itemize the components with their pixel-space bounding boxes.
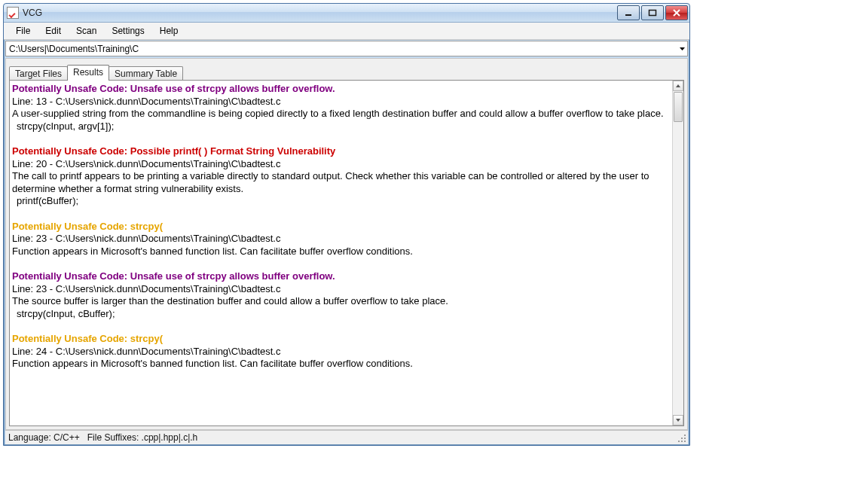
path-text: C:\Users|\Documents\Training\C bbox=[9, 44, 139, 54]
result-description: The source buffer is larger than the des… bbox=[12, 295, 671, 308]
status-language: Language: C/C++ bbox=[8, 432, 80, 443]
chevron-down-icon[interactable] bbox=[679, 45, 686, 52]
scroll-down-icon[interactable] bbox=[673, 415, 683, 425]
result-entry: Potentially Unsafe Code: Unsafe use of s… bbox=[12, 83, 671, 133]
tab-summary-table[interactable]: Summary Table bbox=[108, 66, 183, 81]
titlebar[interactable]: VCG bbox=[4, 4, 689, 23]
menu-settings[interactable]: Settings bbox=[104, 23, 151, 38]
tabstrip: Target Files Results Summary Table bbox=[9, 65, 182, 81]
results-list[interactable]: Potentially Unsafe Code: Unsafe use of s… bbox=[10, 81, 673, 425]
result-code: printf(cBuffer); bbox=[12, 195, 671, 208]
menu-file[interactable]: File bbox=[8, 23, 38, 38]
menubar: File Edit Scan Settings Help bbox=[4, 23, 689, 40]
result-code: strcpy(cInput, argv[1]); bbox=[12, 120, 671, 133]
app-icon bbox=[7, 7, 19, 19]
title-left: VCG bbox=[7, 7, 42, 19]
result-location: Line: 13 - C:\Users\nick.dunn\Documents\… bbox=[12, 96, 671, 108]
result-heading: Potentially Unsafe Code: strcpy( bbox=[12, 221, 671, 233]
result-description: Function appears in Microsoft's banned f… bbox=[12, 358, 671, 371]
result-description: The call to printf appears to be printin… bbox=[12, 170, 671, 195]
vertical-scrollbar[interactable] bbox=[672, 81, 683, 425]
minimize-button[interactable] bbox=[617, 5, 640, 20]
result-location: Line: 20 - C:\Users\nick.dunn\Documents\… bbox=[12, 158, 671, 171]
result-location: Line: 23 - C:\Users\nick.dunn\Documents\… bbox=[12, 233, 671, 246]
result-entry: Potentially Unsafe Code: strcpy( Line: 2… bbox=[12, 333, 671, 371]
resize-grip-icon[interactable] bbox=[677, 434, 686, 443]
svg-rect-0 bbox=[625, 14, 631, 16]
tab-target-files[interactable]: Target Files bbox=[9, 66, 68, 81]
result-description: A user-supplied string from the commandl… bbox=[12, 108, 671, 120]
result-location: Line: 24 - C:\Users\nick.dunn\Documents\… bbox=[12, 346, 671, 358]
scroll-up-icon[interactable] bbox=[673, 81, 683, 91]
result-location: Line: 23 - C:\Users\nick.dunn\Documents\… bbox=[12, 283, 671, 296]
result-entry: Potentially Unsafe Code: strcpy( Line: 2… bbox=[12, 221, 671, 258]
result-entry: Potentially Unsafe Code: Unsafe use of s… bbox=[12, 270, 671, 320]
close-button[interactable] bbox=[665, 5, 688, 20]
results-panel: Potentially Unsafe Code: Unsafe use of s… bbox=[9, 80, 684, 426]
result-code: strcpy(cInput, cBuffer); bbox=[12, 308, 671, 321]
result-description: Function appears in Microsoft's banned f… bbox=[12, 246, 671, 258]
maximize-button[interactable] bbox=[641, 5, 664, 20]
menu-help[interactable]: Help bbox=[152, 23, 186, 38]
svg-rect-1 bbox=[649, 11, 656, 16]
result-heading: Potentially Unsafe Code: strcpy( bbox=[12, 333, 671, 346]
menu-edit[interactable]: Edit bbox=[38, 23, 69, 38]
menu-scan[interactable]: Scan bbox=[69, 23, 104, 38]
result-entry: Potentially Unsafe Code: Possible printf… bbox=[12, 145, 671, 208]
tab-results[interactable]: Results bbox=[67, 65, 109, 81]
status-suffixes: File Suffixes: .cpp|.hpp|.c|.h bbox=[87, 432, 198, 443]
app-window: VCG File Edit Scan Settings Help C:\User… bbox=[3, 3, 690, 446]
client-area: Target Files Results Summary Table Poten… bbox=[5, 58, 688, 430]
result-heading: Potentially Unsafe Code: Unsafe use of s… bbox=[12, 83, 671, 96]
window-title: VCG bbox=[23, 8, 42, 18]
result-heading: Potentially Unsafe Code: Unsafe use of s… bbox=[12, 270, 671, 283]
path-combobox[interactable]: C:\Users|\Documents\Training\C bbox=[5, 41, 688, 56]
window-buttons bbox=[616, 5, 688, 20]
statusbar: Language: C/C++ File Suffixes: .cpp|.hpp… bbox=[5, 430, 688, 444]
result-heading: Potentially Unsafe Code: Possible printf… bbox=[12, 145, 671, 158]
scroll-thumb[interactable] bbox=[674, 92, 683, 122]
